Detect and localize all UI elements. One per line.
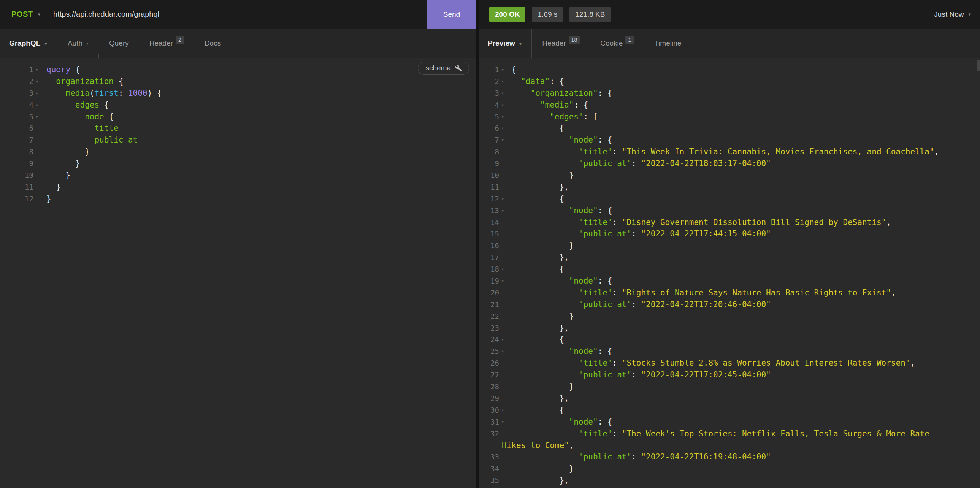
fold-spacer — [499, 475, 511, 486]
code-text: "public_at": "2022-04-22T17:02:45-04:00" — [511, 369, 771, 381]
fold-toggle-icon[interactable]: ▾ — [499, 99, 511, 111]
method-label: POST — [11, 10, 33, 19]
fold-toggle-icon[interactable]: ▾ — [499, 263, 511, 275]
line-number: 6 — [479, 122, 499, 134]
code-line: 20 "title": "Rights of Nature Says Natur… — [479, 287, 980, 299]
body-type-dropdown[interactable]: GraphQL ▾ — [0, 29, 57, 58]
line-number: 8 — [479, 146, 499, 158]
history-dropdown[interactable]: Just Now ▾ — [934, 10, 971, 19]
code-line: 11 }, — [479, 181, 980, 193]
code-text: }, — [511, 393, 569, 404]
code-line: 22 } — [479, 310, 980, 322]
code-text: } — [511, 170, 574, 181]
fold-toggle-icon[interactable]: ▾ — [33, 76, 46, 87]
code-line: 15 "public_at": "2022-04-22T17:44:15-04:… — [479, 228, 980, 240]
tab-query[interactable]: Query — [99, 29, 139, 58]
line-number: 5 — [479, 111, 499, 123]
code-line: 8 "title": "This Week In Trivia: Cannabi… — [479, 146, 980, 158]
tab-header[interactable]: Header18 — [532, 29, 590, 58]
schema-button[interactable]: schema — [418, 62, 469, 75]
tab-label: Docs — [205, 39, 221, 48]
line-number: 4 — [0, 99, 33, 111]
code-text: { — [511, 64, 516, 76]
tab-timeline[interactable]: Timeline — [644, 29, 692, 58]
fold-toggle-icon[interactable]: ▾ — [33, 64, 46, 76]
line-number: 9 — [479, 158, 499, 170]
code-line: 9 "public_at": "2022-04-22T18:03:17-04:0… — [479, 158, 980, 170]
line-number: 27 — [479, 369, 499, 381]
scrollbar-thumb[interactable] — [977, 60, 980, 72]
fold-toggle-icon[interactable]: ▾ — [499, 76, 511, 87]
code-text: } — [511, 310, 574, 322]
line-number: 31 — [479, 416, 499, 428]
fold-toggle-icon[interactable]: ▾ — [499, 345, 511, 357]
tab-docs[interactable]: Docs — [194, 29, 231, 58]
line-number: 7 — [0, 134, 33, 146]
line-number: 35 — [479, 475, 499, 486]
send-button[interactable]: Send — [427, 0, 476, 29]
fold-toggle-icon[interactable]: ▾ — [499, 64, 511, 76]
fold-toggle-icon[interactable]: ▾ — [499, 486, 511, 488]
code-line: 30▾ { — [479, 404, 980, 416]
fold-toggle-icon[interactable]: ▾ — [499, 334, 511, 345]
code-line: 14 "title": "Disney Government Dissoluti… — [479, 217, 980, 229]
fold-toggle-icon[interactable]: ▾ — [499, 134, 511, 146]
fold-toggle-icon[interactable]: ▾ — [499, 404, 511, 416]
code-line: 2▾ organization { — [0, 76, 476, 87]
response-meta-bar: 200 OK 1.69 s 121.8 KB Just Now ▾ — [479, 0, 980, 29]
tab-cookie[interactable]: Cookie1 — [590, 29, 644, 58]
code-text: media(first: 1000) { — [46, 87, 162, 99]
code-text: } — [511, 240, 574, 251]
line-number: 22 — [479, 310, 499, 322]
fold-toggle-icon[interactable]: ▾ — [499, 193, 511, 205]
line-number: 4 — [479, 99, 499, 111]
fold-toggle-icon[interactable]: ▾ — [499, 111, 511, 123]
line-number: 2 — [479, 76, 499, 87]
line-number: 8 — [0, 146, 33, 158]
fold-toggle-icon[interactable]: ▾ — [499, 275, 511, 287]
line-number: 33 — [479, 451, 499, 463]
tab-label: Header — [542, 39, 566, 48]
code-text: } — [46, 170, 70, 181]
tab-count-badge: 1 — [625, 36, 634, 44]
code-line: 6▾ { — [479, 122, 980, 134]
response-tabs: Header18Cookie1Timeline — [532, 29, 692, 58]
fold-spacer — [499, 381, 511, 393]
line-number: 19 — [479, 275, 499, 287]
code-text: { — [511, 263, 564, 275]
tab-header[interactable]: Header2 — [139, 29, 194, 58]
tab-auth[interactable]: Auth▾ — [57, 29, 99, 58]
code-text: "public_at": "2022-04-22T17:20:46-04:00" — [511, 299, 771, 310]
code-text: edges { — [46, 99, 109, 111]
preview-mode-dropdown[interactable]: Preview ▾ — [479, 29, 532, 58]
fold-toggle-icon[interactable]: ▾ — [499, 122, 511, 134]
code-text: } — [46, 193, 51, 205]
url-input[interactable]: https://api.cheddar.com/graphql — [53, 10, 427, 19]
fold-toggle-icon[interactable]: ▾ — [33, 87, 46, 99]
request-editor[interactable]: schema 1▾query {2▾ organization {3▾ medi… — [0, 58, 476, 488]
response-viewer[interactable]: 1▾{2▾ "data": {3▾ "organization": {4▾ "m… — [479, 58, 980, 488]
fold-toggle-icon[interactable]: ▾ — [33, 99, 46, 111]
code-line: 36▾ { — [479, 486, 980, 488]
fold-toggle-icon[interactable]: ▾ — [499, 205, 511, 217]
code-line: 34 } — [479, 463, 980, 475]
code-line: 35 }, — [479, 475, 980, 486]
code-text: "title": "Rights of Nature Says Nature H… — [511, 287, 896, 299]
code-text: "title": "Disney Government Dissolution … — [511, 217, 891, 229]
fold-toggle-icon[interactable]: ▾ — [499, 416, 511, 428]
fold-spacer — [499, 217, 511, 229]
tab-label: Header — [150, 39, 173, 48]
code-line: 23 }, — [479, 322, 980, 334]
method-dropdown[interactable]: POST ▾ — [0, 10, 40, 19]
code-text: } — [511, 463, 574, 475]
code-text: "node": { — [511, 134, 612, 146]
code-text: "public_at": "2022-04-22T17:44:15-04:00" — [511, 228, 771, 240]
fold-spacer — [499, 299, 511, 310]
response-pane: 200 OK 1.69 s 121.8 KB Just Now ▾ Previe… — [479, 0, 980, 488]
code-line-wrap: Hikes to Come", — [479, 440, 980, 451]
fold-toggle-icon[interactable]: ▾ — [499, 87, 511, 99]
code-text: public_at — [46, 134, 138, 146]
request-pane: POST ▾ https://api.cheddar.com/graphql S… — [0, 0, 476, 488]
fold-toggle-icon[interactable]: ▾ — [33, 111, 46, 123]
line-number: 12 — [479, 193, 499, 205]
